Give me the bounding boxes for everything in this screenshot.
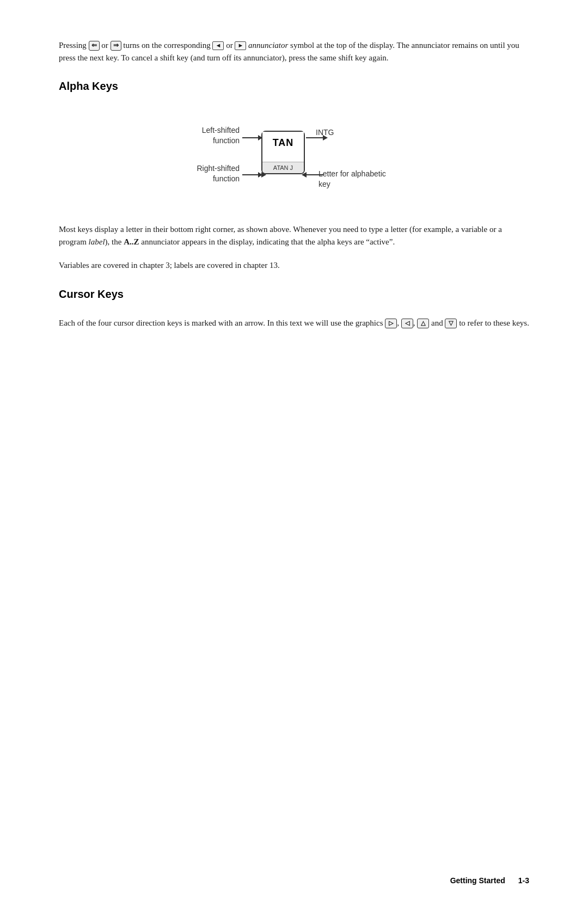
- alpha-keys-heading: Alpha Keys: [59, 80, 529, 93]
- tan-key-label: TAN: [262, 132, 304, 149]
- page: Pressing ⇐ or ⇒ turns on the correspondi…: [0, 0, 588, 911]
- arrow-to-intg: [306, 137, 323, 138]
- annunciator-left: ◄: [212, 41, 224, 50]
- arrow-from-letter: [306, 174, 323, 175]
- cursor-keys-body: Each of the four cursor direction keys i…: [59, 317, 529, 329]
- left-shifted-label: Left-shifted function: [158, 125, 240, 146]
- shift-left-key: ⇐: [89, 41, 100, 51]
- variables-note: Variables are covered in chapter 3; labe…: [59, 259, 529, 272]
- cursor-keys-heading: Cursor Keys: [59, 288, 529, 301]
- key-diagram: Left-shifted function Right-shifted func…: [59, 109, 529, 207]
- arrow-right-shifted: [242, 174, 262, 175]
- diagram-container: Left-shifted function Right-shifted func…: [158, 109, 430, 207]
- intro-or-2: or: [226, 41, 235, 50]
- tan-key: TAN ATAN J: [261, 131, 305, 174]
- arrow-left-shifted: [242, 137, 262, 138]
- intro-text-1: turns on the corresponding: [123, 41, 212, 50]
- cursor-key-left: ◁: [401, 319, 413, 328]
- intro-or-1: or: [101, 41, 110, 50]
- cursor-key-down: ▽: [445, 319, 457, 328]
- cursor-key-up: △: [417, 319, 429, 328]
- shift-right-key: ⇒: [111, 41, 121, 51]
- footer-section-name: Getting Started: [450, 876, 505, 885]
- cursor-key-right: ▷: [385, 319, 397, 328]
- page-footer: Getting Started 1-3: [450, 876, 529, 885]
- letter-label: Letter for alphabetic key: [318, 169, 386, 190]
- footer-page-number: 1-3: [518, 876, 529, 885]
- right-shifted-label: Right-shifted function: [158, 163, 240, 185]
- intro-paragraph: Pressing ⇐ or ⇒ turns on the correspondi…: [59, 39, 529, 65]
- alpha-keys-body: Most keys display a letter in their bott…: [59, 223, 529, 249]
- annunciator-right: ►: [235, 41, 246, 50]
- tan-key-sublabel: ATAN J: [262, 162, 304, 173]
